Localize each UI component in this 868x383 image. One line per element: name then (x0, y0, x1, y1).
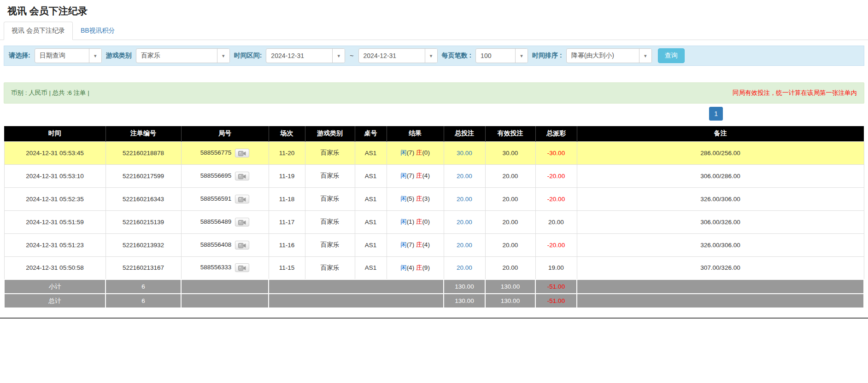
valid-bet-cell: 20.00 (485, 187, 535, 210)
banker-score: (4) (422, 241, 430, 248)
table-body: 2024-12-31 05:53:45522160218878588556775… (4, 141, 864, 308)
round-id-cell: 588556408 (181, 233, 269, 256)
remark-cell: 307.00/326.00 (577, 256, 864, 279)
video-replay-button[interactable] (235, 149, 249, 157)
subtotal-row: 小计6130.00130.00-51.00 (4, 279, 864, 294)
banker-score: (4) (422, 172, 430, 179)
round-id: 588556591 (200, 195, 232, 202)
table-no-cell: AS1 (355, 164, 387, 187)
date-to-input[interactable]: 2024-12-31 ▾ (358, 48, 438, 63)
table-no-cell: AS1 (355, 233, 387, 256)
subtotal-count: 6 (106, 279, 181, 294)
video-replay-button[interactable] (235, 218, 249, 226)
game-type-cell: 百家乐 (305, 164, 355, 187)
bet-record-row: 2024-12-31 05:50:58522160213167588556333… (4, 256, 864, 279)
player-result: 闲 (400, 218, 407, 225)
range-separator: ~ (349, 52, 354, 59)
tab-betting-records[interactable]: 视讯 会员下注纪录 (4, 22, 73, 40)
bet-id-cell: 522160217599 (106, 164, 181, 187)
video-replay-button[interactable] (235, 195, 249, 203)
column-header: 场次 (269, 126, 305, 141)
round-id-cell: 588556489 (181, 210, 269, 233)
total-bet-link[interactable]: 20.00 (457, 264, 472, 271)
pagination: 1 (4, 107, 723, 121)
chevron-down-icon[interactable]: ▾ (89, 49, 101, 63)
video-replay-button[interactable] (235, 241, 249, 250)
round-id: 588556775 (200, 149, 232, 156)
chevron-down-icon[interactable]: ▾ (425, 49, 437, 63)
date-to-value: 2024-12-31 (359, 49, 425, 63)
tab-bb-points[interactable]: BB视讯积分 (73, 22, 123, 40)
result-cell: 闲(5) 庄(3) (387, 187, 444, 210)
page-1-button[interactable]: 1 (709, 107, 723, 121)
page-size-input[interactable]: 100 ▾ (475, 48, 528, 63)
remark-cell: 306.00/326.00 (577, 210, 864, 233)
video-icon (238, 220, 246, 226)
total-remark (577, 294, 864, 308)
chevron-down-icon[interactable]: ▾ (332, 49, 345, 63)
sort-order-label: 时间排序 : (532, 52, 562, 60)
column-header: 备注 (577, 126, 864, 141)
total-label: 总计 (4, 294, 106, 308)
sort-order-value: 降幂(由大到小) (567, 49, 639, 63)
column-header: 总派彩 (535, 126, 577, 141)
date-from-input[interactable]: 2024-12-31 ▾ (266, 48, 345, 63)
subtotal-valid-bet: 130.00 (485, 279, 535, 294)
banker-result: 庄 (416, 149, 422, 156)
bet-id-cell: 522160216343 (106, 187, 181, 210)
valid-bet-cell: 30.00 (485, 141, 535, 164)
filter-bar: 请选择: 日期查询 ▾ 游戏类别 百家乐 ▾ 时间区间: 2024-12-31 … (4, 46, 864, 66)
time-range-label: 时间区间: (234, 52, 262, 60)
banker-score: (0) (422, 218, 430, 225)
total-bet-link[interactable]: 30.00 (457, 150, 472, 157)
subtotal-round-cell (181, 279, 269, 294)
player-score: (5) (407, 195, 416, 202)
round-id-cell: 588556591 (181, 187, 269, 210)
video-replay-button[interactable] (235, 172, 249, 180)
total-bet-link[interactable]: 20.00 (457, 242, 472, 249)
banker-score: (9) (422, 264, 430, 271)
sort-order-select[interactable]: 降幂(由大到小) ▾ (566, 48, 652, 63)
game-type-cell: 百家乐 (305, 141, 355, 164)
banker-score: (0) (422, 149, 430, 156)
chevron-down-icon[interactable]: ▾ (515, 49, 528, 63)
player-score: (4) (407, 264, 416, 271)
game-type-cell: 百家乐 (305, 256, 355, 279)
chevron-down-icon[interactable]: ▾ (639, 49, 651, 63)
game-type-select[interactable]: 百家乐 ▾ (136, 48, 230, 63)
column-header: 游戏类别 (305, 126, 355, 141)
total-bet-link[interactable]: 20.00 (457, 173, 472, 180)
video-icon (238, 151, 246, 157)
round-id: 588556333 (200, 264, 232, 271)
remark-cell: 286.00/256.00 (577, 141, 864, 164)
total-bet-link[interactable]: 20.00 (457, 196, 472, 203)
video-icon (238, 174, 246, 180)
remark-cell: 326.00/306.00 (577, 233, 864, 256)
video-icon (238, 265, 246, 271)
session-cell: 11-15 (269, 256, 305, 279)
bet-id-cell: 522160213167 (106, 256, 181, 279)
banker-result: 庄 (416, 218, 422, 225)
payout-cell: -30.00 (535, 141, 577, 164)
payout-cell: -20.00 (535, 187, 577, 210)
player-score: (1) (407, 218, 416, 225)
page-size-label: 每页笔数 : (442, 52, 472, 60)
column-header: 时间 (4, 126, 106, 141)
chevron-down-icon[interactable]: ▾ (217, 49, 229, 63)
query-type-select[interactable]: 日期查询 ▾ (35, 48, 102, 63)
bottom-divider (0, 318, 868, 319)
query-button[interactable]: 查询 (658, 48, 685, 63)
player-result: 闲 (400, 149, 407, 156)
column-header: 总投注 (444, 126, 485, 141)
betting-records-table: 时间注单编号局号场次游戏类别桌号结果总投注有效投注总派彩备注 2024-12-3… (4, 126, 864, 308)
column-header: 结果 (387, 126, 444, 141)
column-header: 局号 (181, 126, 269, 141)
column-header: 桌号 (355, 126, 387, 141)
total-row: 总计6130.00130.00-51.00 (4, 294, 864, 308)
video-replay-button[interactable] (235, 263, 249, 272)
result-cell: 闲(4) 庄(9) (387, 256, 444, 279)
session-cell: 11-18 (269, 187, 305, 210)
bet-record-row: 2024-12-31 05:51:59522160215139588556489… (4, 210, 864, 233)
total-bet-link[interactable]: 20.00 (457, 219, 472, 226)
result-cell: 闲(7) 庄(4) (387, 164, 444, 187)
